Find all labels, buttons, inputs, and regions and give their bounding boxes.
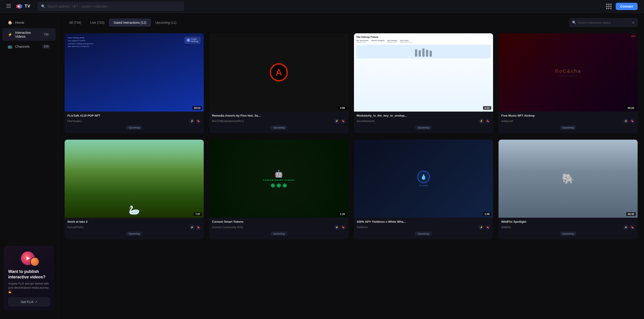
tab-gated-interactions[interactable]: Gated Interactions (12) — [109, 18, 151, 27]
video-title-2: Remedia Amoris by Finn feat. Sa... — [212, 114, 346, 117]
interop-names: Alex ShevchenkoAURORA LABS Mariana Stang… — [356, 40, 491, 43]
connect-button[interactable]: Connect — [616, 3, 638, 10]
home-icon: 🏠 — [8, 20, 12, 25]
video-thumbnail-8: 🐘 00:45 — [498, 140, 638, 218]
lightning-action-4[interactable]: ⚡ — [624, 119, 628, 124]
bookmark-action-1[interactable]: 🔖 — [196, 119, 201, 124]
lightning-action-2[interactable]: ⚡ — [334, 119, 339, 124]
video-card-4[interactable]: RoC&cha ARTIK FOLK & MUSIC LLC ANTI 00:2… — [498, 33, 638, 133]
video-creator-2: RACFMEntertainmentPLC — [212, 120, 244, 123]
sidebar-item-interactive-videos[interactable]: ⚡ Interactive Videos 734 — [2, 28, 56, 41]
upcoming-badge-6: Upcoming — [270, 232, 287, 236]
tab-live[interactable]: Live (723) — [86, 18, 109, 27]
video-card-7[interactable]: 💧 YIELDMOS 1:08 100% APY Yieldmos x Whit… — [354, 140, 493, 240]
global-search-input[interactable] — [47, 4, 180, 8]
publish-description: Acquire FLIX and get started with your d… — [8, 282, 50, 294]
lightning-icon: ⚡ — [8, 32, 12, 37]
bookmark-action-5[interactable]: 🔖 — [196, 225, 201, 230]
bookmark-action-6[interactable]: 🔖 — [341, 225, 346, 230]
video-info-4: Free Music NFT Airdrop Artikyoul8 ⚡ 🔖 Up… — [498, 112, 638, 133]
svg-rect-1 — [6, 6, 11, 6]
get-flix-label: Get FLIX — [21, 300, 34, 304]
logo-text: TV — [25, 4, 30, 9]
video-search-input[interactable] — [578, 21, 632, 24]
video-badge-row-6: Upcoming — [212, 232, 346, 238]
interop-stage — [356, 45, 491, 58]
video-title-6: Coreum Smart Tokens — [212, 220, 346, 223]
video-title-7: 100% APY Yieldmos x White Wha... — [357, 220, 490, 223]
interactive-videos-badge: 734 — [42, 32, 50, 36]
video-badge-row-4: Upcoming — [501, 125, 635, 132]
lightning-action-1[interactable]: ⚡ — [190, 119, 194, 124]
video-actions-6: ⚡ 🔖 — [334, 225, 346, 230]
bookmark-action-7[interactable]: 🔖 — [485, 225, 490, 230]
channels-icon: 📺 — [8, 44, 12, 49]
tab-upcoming[interactable]: Upcoming (11) — [151, 18, 181, 27]
video-badge-row-3: Upcoming — [357, 125, 490, 132]
video-search[interactable]: 🔍 ✕ — [569, 18, 638, 27]
keplr-text: Keplr Multisig (Beta) now supports OmiFl… — [68, 36, 200, 48]
lightning-action-3[interactable]: ⚡ — [479, 119, 484, 124]
bookmark-action-4[interactable]: 🔖 — [630, 119, 635, 124]
video-title-1: FLixTalk #119 POP NFT — [67, 114, 201, 117]
video-card-3[interactable]: The Interop Future Alex ShevchenkoAURORA… — [354, 33, 493, 133]
lightning-action-6[interactable]: ⚡ — [334, 225, 339, 230]
video-card-1[interactable]: Keplr Multisig (Beta) now supports OmiFl… — [65, 33, 204, 133]
video-meta-4: Artikyoul8 ⚡ 🔖 — [501, 119, 635, 124]
video-actions-5: ⚡ 🔖 — [190, 225, 201, 230]
video-info-3: Modularity_is_the_key_to_unstop... Secre… — [354, 112, 493, 133]
tabs-row: All (734) Live (723) Gated Interactions … — [65, 18, 638, 27]
video-thumbnail-2: A 3:08 — [209, 33, 348, 112]
sidebar: 🏠 Home ⚡ Interactive Videos 734 📺 Channe… — [0, 13, 58, 319]
video-grid: Keplr Multisig (Beta) now supports OmiFl… — [65, 33, 638, 239]
video-thumbnail-7: 💧 YIELDMOS 1:08 — [354, 140, 493, 218]
hamburger-menu-icon[interactable] — [6, 4, 11, 9]
video-creator-7: Yieldmos — [357, 226, 368, 229]
sidebar-item-home[interactable]: 🏠 Home — [2, 18, 56, 27]
video-meta-7: Yieldmos ⚡ 🔖 — [357, 225, 490, 230]
bookmark-action-2[interactable]: 🔖 — [341, 119, 346, 124]
global-search[interactable]: 🔍 — [38, 2, 184, 11]
video-meta-2: RACFMEntertainmentPLC ⚡ 🔖 — [212, 119, 346, 124]
video-card-6[interactable]: 🤖 COREUM SMART TOKENS ✦ ✦ ✦ 1:15 Coreum … — [209, 140, 348, 240]
publish-title: Want to publish interactive videos? — [8, 269, 50, 280]
video-title-3: Modularity_is_the_key_to_unstop... — [357, 114, 490, 117]
video-card-2[interactable]: A 3:08 Remedia Amoris by Finn feat. Sa..… — [209, 33, 348, 133]
video-actions-4: ⚡ 🔖 — [624, 119, 635, 124]
video-actions-8: ⚡ 🔖 — [624, 225, 635, 230]
sidebar-interactive-label: Interactive Videos — [15, 30, 39, 38]
bookmark-action-8[interactable]: 🔖 — [630, 225, 635, 230]
video-actions-2: ⚡ 🔖 — [334, 119, 346, 124]
antifa-flag: A — [209, 33, 348, 112]
svg-rect-0 — [6, 4, 11, 5]
video-creator-5: FarnazPishro — [67, 226, 84, 229]
video-thumbnail-5: 🦢 7:07 — [65, 140, 204, 218]
video-meta-6: Coreum Community DAO ⚡ 🔖 — [212, 225, 346, 230]
search-clear-icon[interactable]: ✕ — [632, 20, 635, 25]
apps-grid-icon[interactable] — [606, 4, 612, 9]
logo[interactable]: TV — [14, 2, 30, 10]
lightning-action-8[interactable]: ⚡ — [624, 225, 628, 230]
video-meta-1: FlixFanatics ⚡ 🔖 — [67, 119, 201, 124]
video-info-2: Remedia Amoris by Finn feat. Sa... RACFM… — [209, 112, 348, 133]
video-duration-6: 1:15 — [338, 212, 346, 216]
video-creator-4: Artikyoul8 — [501, 120, 513, 123]
sidebar-item-channels[interactable]: 📺 Channels 370 — [2, 42, 56, 51]
video-badge-row-1: Upcoming — [67, 125, 201, 132]
svg-rect-2 — [6, 7, 11, 8]
video-card-8[interactable]: 🐘 00:45 WildFlix Spotlight WildFlix ⚡ 🔖 … — [498, 140, 638, 240]
get-flix-button[interactable]: Get FLIX ↗ — [8, 298, 50, 306]
upcoming-badge-5: Upcoming — [126, 232, 143, 236]
channels-badge: 370 — [42, 44, 50, 49]
bookmark-action-3[interactable]: 🔖 — [485, 119, 490, 124]
nav-right-actions: Connect — [606, 3, 638, 10]
video-meta-3: SecretNetwork ⚡ 🔖 — [357, 119, 490, 124]
video-actions-7: ⚡ 🔖 — [479, 225, 490, 230]
lightning-action-5[interactable]: ⚡ — [190, 225, 194, 230]
video-duration-5: 7:07 — [194, 212, 202, 216]
lightning-action-7[interactable]: ⚡ — [479, 225, 484, 230]
video-actions-3: ⚡ 🔖 — [479, 119, 490, 124]
video-card-5[interactable]: 🦢 7:07 Stork at lake 2 FarnazPishro ⚡ 🔖 … — [65, 140, 204, 240]
video-info-6: Coreum Smart Tokens Coreum Community DAO… — [209, 218, 348, 239]
tab-all[interactable]: All (734) — [65, 18, 86, 27]
